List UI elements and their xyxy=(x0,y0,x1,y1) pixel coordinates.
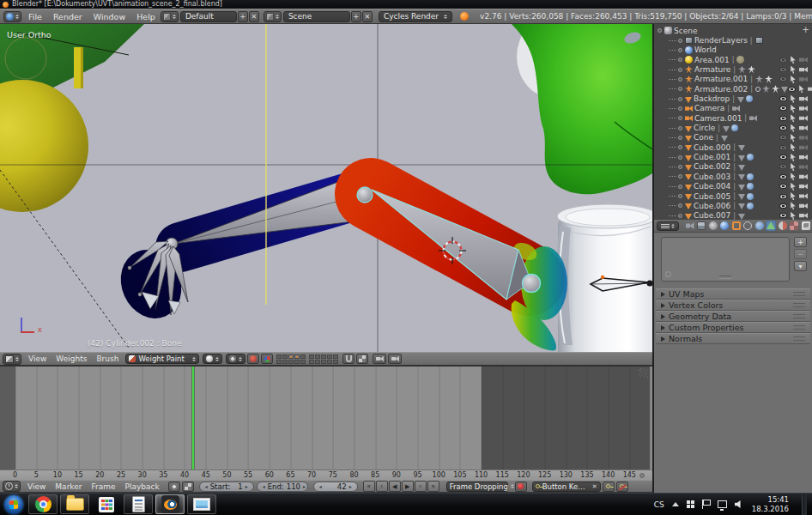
timeline-canvas[interactable] xyxy=(0,366,652,470)
outliner-scene-row[interactable]: Scene xyxy=(654,26,812,35)
object-name[interactable]: Backdrop xyxy=(694,94,730,103)
expand-toggle[interactable] xyxy=(678,136,682,140)
tray-clock[interactable]: 15:41 18.3.2016 xyxy=(752,495,789,513)
expand-toggle[interactable] xyxy=(678,155,682,160)
visibility-eye-icon[interactable] xyxy=(779,125,787,130)
renderable-camera-icon[interactable] xyxy=(799,213,808,219)
renderable-camera-icon[interactable] xyxy=(799,115,808,121)
selectable-cursor-icon[interactable] xyxy=(791,212,797,220)
renderable-camera-icon[interactable] xyxy=(799,67,808,73)
expand-toggle[interactable] xyxy=(657,28,662,33)
clear-keying-icon[interactable]: ✕ xyxy=(592,483,597,490)
properties-editor-selector[interactable] xyxy=(657,221,679,231)
menu-item[interactable]: View xyxy=(28,354,46,363)
selectable-cursor-icon[interactable] xyxy=(791,114,797,122)
menu-item[interactable]: Playback xyxy=(125,482,160,491)
viewport-3d[interactable]: User Ortho (42) Cylinder.002 : Bone x xyxy=(0,24,652,352)
menu-item[interactable]: Window xyxy=(94,12,125,21)
outliner-row[interactable]: Cube.000 | xyxy=(654,142,812,152)
snap-element-button[interactable] xyxy=(356,354,368,364)
remove-vertex-group-button[interactable]: − xyxy=(794,249,807,259)
selectable-cursor-icon[interactable] xyxy=(791,183,797,191)
taskbar-button[interactable] xyxy=(155,494,185,514)
selectable-cursor-icon[interactable] xyxy=(791,56,797,64)
add-scene-button[interactable]: + xyxy=(351,11,361,22)
tray-window-icon[interactable] xyxy=(687,500,694,508)
renderable-camera-icon[interactable] xyxy=(799,135,808,141)
expand-toggle[interactable] xyxy=(678,87,682,91)
panel-header[interactable]: Geometry Data xyxy=(656,311,810,322)
object-name[interactable]: RenderLayers xyxy=(694,36,748,45)
auto-keyframe-button[interactable] xyxy=(515,482,527,492)
playback-button[interactable]: ‹ xyxy=(376,481,388,492)
taskbar-button[interactable] xyxy=(187,494,216,514)
object-name[interactable]: Cube.001 xyxy=(694,153,730,161)
properties-tab[interactable] xyxy=(685,221,695,231)
add-vertex-group-button[interactable]: + xyxy=(794,237,807,247)
vertex-groups-list[interactable] xyxy=(661,237,790,282)
outliner-row[interactable]: RenderLayers | xyxy=(654,35,812,45)
selectable-cursor-icon[interactable] xyxy=(791,192,797,200)
object-name[interactable]: Cube.002 xyxy=(694,162,730,171)
renderable-camera-icon[interactable] xyxy=(799,193,808,199)
frame-start-field[interactable]: ◂ Start: 1 ▸ xyxy=(199,482,254,492)
panel-grip-icon[interactable] xyxy=(793,292,805,296)
expand-toggle[interactable] xyxy=(678,68,682,72)
visibility-eye-icon[interactable] xyxy=(779,76,787,82)
playback-button[interactable]: » xyxy=(427,481,439,492)
outliner-editor[interactable]: Scene RenderLayers | xyxy=(654,24,812,220)
menu-item[interactable]: Weights xyxy=(56,354,87,363)
visibility-eye-icon[interactable] xyxy=(788,87,796,92)
visibility-eye-icon[interactable] xyxy=(779,164,787,169)
keyboard-language[interactable]: CS xyxy=(654,500,664,509)
panel-header[interactable]: UV Maps xyxy=(656,288,810,300)
action-center-flag-icon[interactable] xyxy=(702,500,710,509)
arm-forearm-mesh[interactable] xyxy=(110,180,363,328)
outliner-row[interactable]: Armature.002 | xyxy=(654,84,812,94)
properties-tab[interactable] xyxy=(719,221,730,231)
close-scene-button[interactable]: ✕ xyxy=(362,11,373,22)
expand-toggle[interactable] xyxy=(678,165,682,169)
panel-grip-icon[interactable] xyxy=(793,303,805,307)
expand-toggle[interactable] xyxy=(678,174,682,179)
panel-grip-icon[interactable] xyxy=(793,325,805,330)
outliner-row[interactable]: Cube.005 | xyxy=(654,191,812,201)
renderable-camera-icon[interactable] xyxy=(799,154,808,161)
renderable-camera-icon[interactable] xyxy=(799,96,808,102)
selectable-cursor-icon[interactable] xyxy=(791,95,797,103)
volume-icon[interactable] xyxy=(735,500,744,509)
selectable-cursor-icon[interactable] xyxy=(791,173,797,180)
expand-toggle[interactable] xyxy=(678,48,682,52)
renderable-camera-icon[interactable] xyxy=(799,164,808,170)
pivot-center-dropdown[interactable] xyxy=(226,354,245,364)
selectable-cursor-icon[interactable] xyxy=(791,163,797,171)
panel-grip-icon[interactable] xyxy=(793,336,805,341)
expand-toggle[interactable] xyxy=(678,58,682,62)
paint-mask-button[interactable] xyxy=(247,354,259,364)
object-name[interactable]: Circle xyxy=(694,124,715,132)
expand-toggle[interactable] xyxy=(678,126,682,130)
renderable-camera-icon[interactable] xyxy=(799,76,808,82)
timeline-ruler[interactable]: 0510152025303540455055606570758085909510… xyxy=(0,470,652,480)
renderable-camera-icon[interactable] xyxy=(799,125,808,131)
expand-toggle[interactable] xyxy=(678,39,682,43)
object-name[interactable]: Cube.007 xyxy=(694,211,730,220)
current-frame-field[interactable]: ◂ 42 ▸ xyxy=(313,482,358,492)
expand-toggle[interactable] xyxy=(678,116,682,120)
panel-header[interactable]: Vertex Colors xyxy=(656,300,810,311)
renderable-camera-icon[interactable] xyxy=(799,144,808,150)
lock-range-button[interactable] xyxy=(182,482,194,492)
selectable-cursor-icon[interactable] xyxy=(799,85,805,93)
outliner-row[interactable]: Cube.007 | xyxy=(654,211,812,220)
current-frame-line[interactable] xyxy=(192,367,194,470)
shoulder-joint-ball[interactable] xyxy=(523,275,541,293)
render-opengl-anim-button[interactable] xyxy=(388,354,402,364)
visibility-eye-icon[interactable] xyxy=(779,106,787,111)
taskbar-button[interactable] xyxy=(92,494,121,514)
layers-grid-1[interactable] xyxy=(276,354,306,364)
object-name[interactable]: Cube.006 xyxy=(694,202,730,210)
expand-toggle[interactable] xyxy=(678,203,682,208)
snap-toggle-button[interactable] xyxy=(342,354,354,364)
render-opengl-button[interactable] xyxy=(373,354,386,364)
sync-mode-dropdown[interactable]: Frame Dropping xyxy=(446,482,508,492)
